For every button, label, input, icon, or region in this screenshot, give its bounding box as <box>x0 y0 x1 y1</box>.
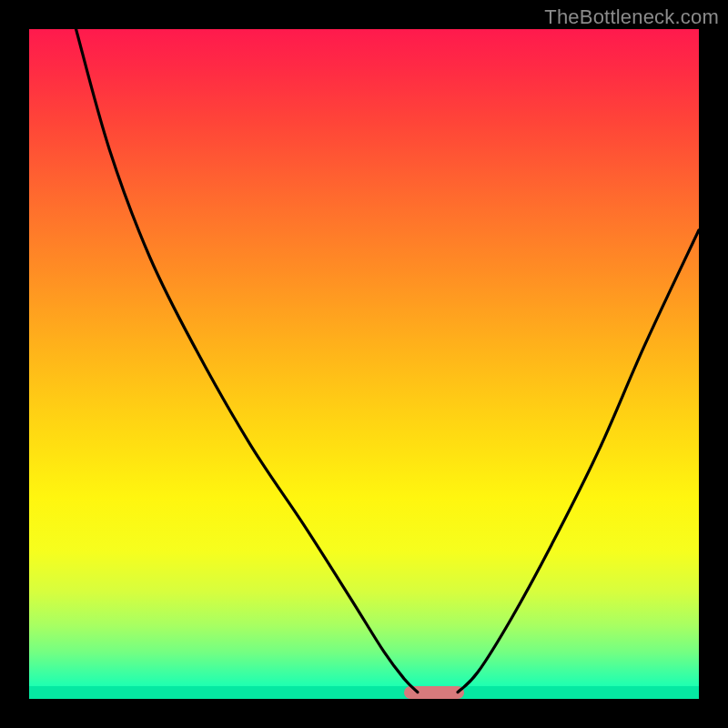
plot-area <box>29 29 699 699</box>
left-curve-path <box>76 29 418 693</box>
watermark-text: TheBottleneck.com <box>544 5 719 29</box>
chart-frame: TheBottleneck.com <box>0 0 728 728</box>
right-curve-path <box>458 230 699 693</box>
bottleneck-curve <box>29 29 699 699</box>
